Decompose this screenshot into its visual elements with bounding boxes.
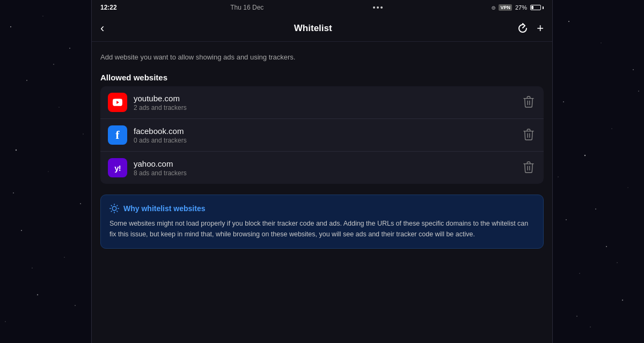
vpn-badge: VPN: [499, 4, 512, 11]
trash-icon: [523, 129, 534, 140]
facebook-name: facebook.com: [134, 126, 521, 136]
svg-line-48: [117, 205, 118, 206]
yahoo-info: yahoo.com 8 ads and trackers: [134, 159, 521, 177]
svg-point-32: [617, 263, 618, 263]
nav-left-section: ‹: [100, 20, 108, 36]
svg-line-44: [117, 211, 118, 212]
svg-point-3: [26, 80, 27, 81]
yahoo-delete-button[interactable]: [521, 159, 536, 177]
svg-point-1: [43, 16, 43, 17]
youtube-info: youtube.com 2 ads and trackers: [134, 94, 521, 111]
battery-fill: [531, 6, 533, 9]
info-box-title: Why whitelist websites: [123, 204, 205, 213]
lightbulb-icon: [109, 204, 119, 213]
page-subtitle: Add website you want to allow showing ad…: [100, 53, 544, 62]
content-area: Add website you want to allow showing ad…: [92, 42, 552, 343]
battery-icon: [530, 5, 544, 10]
battery-tip: [543, 6, 544, 9]
navigation-bar: ‹ Whitelist +: [92, 15, 552, 42]
yahoo-stats: 8 ads and trackers: [134, 169, 521, 177]
svg-point-13: [83, 134, 84, 135]
dot-3: [380, 6, 383, 9]
svg-point-30: [558, 177, 559, 177]
section-title: Allowed websites: [100, 73, 544, 82]
website-list: youtube.com 2 ads and trackers f: [100, 86, 544, 184]
svg-point-14: [13, 192, 14, 193]
svg-point-2: [69, 48, 70, 49]
trash-icon: [523, 161, 534, 173]
svg-point-29: [638, 91, 639, 92]
yahoo-logo: y!: [108, 158, 127, 177]
facebook-delete-button[interactable]: [521, 126, 536, 144]
svg-point-17: [568, 21, 569, 22]
dot-1: [373, 6, 375, 9]
background-right: [553, 0, 644, 343]
facebook-logo: f: [108, 125, 127, 145]
list-item: f facebook.com 0 ads and trackers: [100, 119, 544, 152]
svg-point-22: [584, 155, 586, 156]
svg-point-16: [75, 305, 76, 306]
list-item: youtube.com 2 ads and trackers: [100, 86, 544, 119]
svg-point-20: [563, 101, 564, 102]
status-date: Thu 16 Dec: [230, 4, 264, 11]
facebook-info: facebook.com 0 ads and trackers: [134, 126, 521, 144]
status-dots: [373, 6, 383, 9]
svg-point-24: [566, 219, 567, 220]
add-button[interactable]: +: [537, 23, 544, 34]
info-header: Why whitelist websites: [109, 204, 535, 213]
status-time: 12:22: [100, 4, 117, 11]
nav-right-section: +: [517, 23, 544, 34]
star-field-right: [553, 0, 644, 343]
back-button[interactable]: ‹: [100, 20, 108, 36]
svg-point-12: [53, 64, 54, 65]
status-bar: 12:22 Thu 16 Dec ⌾ VPN 27%: [92, 0, 552, 15]
svg-point-15: [32, 268, 33, 269]
svg-point-27: [622, 300, 623, 301]
facebook-stats: 0 ads and trackers: [134, 137, 521, 144]
youtube-logo: [108, 93, 127, 112]
svg-point-5: [16, 150, 17, 151]
dot-2: [377, 6, 379, 9]
star-field-left: [0, 0, 91, 343]
yahoo-name: yahoo.com: [134, 159, 521, 168]
info-box: Why whitelist websites Some websites mig…: [100, 195, 544, 249]
svg-point-4: [59, 107, 60, 108]
svg-point-9: [64, 257, 65, 258]
svg-point-7: [80, 203, 81, 204]
svg-point-19: [633, 69, 634, 70]
svg-point-26: [580, 273, 580, 274]
battery-body: [530, 5, 541, 10]
refresh-button[interactable]: [517, 23, 528, 34]
svg-point-6: [48, 172, 49, 172]
svg-point-40: [112, 206, 116, 211]
wifi-icon: ⌾: [492, 4, 495, 11]
svg-point-33: [576, 316, 577, 317]
svg-point-31: [595, 208, 596, 210]
svg-line-43: [111, 205, 112, 206]
page-title: Whitelist: [108, 23, 517, 34]
svg-point-0: [10, 26, 11, 27]
phone-frame: 12:22 Thu 16 Dec ⌾ VPN 27% ‹ Whitelist: [91, 0, 553, 343]
trash-icon: [523, 96, 534, 108]
list-item: y! yahoo.com 8 ads and trackers: [100, 152, 544, 184]
youtube-stats: 2 ads and trackers: [134, 104, 521, 111]
battery-percent: 27%: [515, 4, 527, 11]
svg-point-21: [612, 129, 612, 129]
svg-line-47: [111, 211, 112, 212]
background-left: [0, 0, 91, 343]
status-right-icons: ⌾ VPN 27%: [492, 4, 544, 11]
svg-point-25: [606, 246, 607, 247]
svg-point-28: [590, 327, 591, 327]
svg-point-23: [628, 188, 628, 188]
svg-point-10: [37, 294, 38, 295]
svg-point-8: [21, 230, 22, 231]
svg-point-11: [5, 322, 6, 322]
svg-point-18: [601, 43, 602, 43]
youtube-name: youtube.com: [134, 94, 521, 103]
youtube-delete-button[interactable]: [521, 94, 536, 111]
info-box-body: Some websites might not load properly if…: [109, 219, 535, 240]
